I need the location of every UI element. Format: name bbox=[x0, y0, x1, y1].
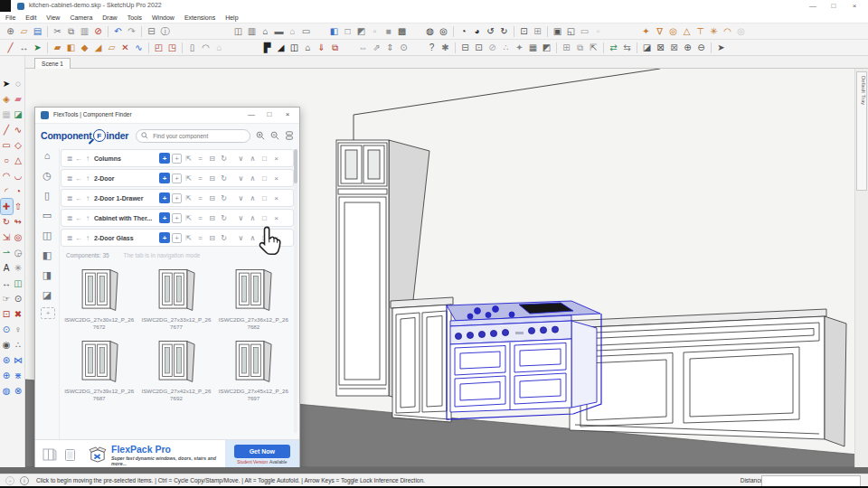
sculpture-icon[interactable]: ⌂ bbox=[212, 41, 226, 54]
position-camera-icon[interactable]: ♀ bbox=[13, 322, 24, 337]
look-around-icon[interactable]: ◉ bbox=[1, 337, 13, 352]
category-drawer-icon[interactable]: ▭ bbox=[35, 208, 59, 222]
style-white-cube-icon[interactable]: □ bbox=[341, 24, 354, 38]
paint-bucket-icon[interactable]: ◪ bbox=[13, 107, 24, 122]
add-copy-button[interactable]: + bbox=[172, 193, 182, 203]
arrow-left-icon[interactable]: ← bbox=[74, 234, 83, 242]
make-component-icon[interactable]: ◈ bbox=[1, 91, 13, 107]
refresh-row-button[interactable]: ↻ bbox=[219, 213, 229, 223]
box-x-icon[interactable]: ⊠ bbox=[654, 41, 667, 54]
follow-me-icon[interactable]: ↬ bbox=[13, 214, 24, 230]
dimension-arrows-icon[interactable]: ↔ bbox=[17, 41, 31, 54]
arc-tool-icon[interactable]: ◠ bbox=[1, 168, 13, 183]
flex-wall-icon[interactable]: ▛ bbox=[260, 41, 274, 54]
tray-box-icon[interactable]: ▭ bbox=[299, 24, 313, 38]
crate-disabled-icon[interactable]: ⊘ bbox=[486, 41, 499, 54]
category-base-cabinet-icon[interactable]: ◫ bbox=[35, 228, 59, 242]
flextools-cross-icon[interactable]: ⋈ bbox=[13, 352, 24, 368]
menu-help[interactable]: Help bbox=[225, 14, 238, 21]
crate-icon[interactable]: ⊡ bbox=[472, 41, 486, 54]
layout-list-icon[interactable] bbox=[285, 131, 294, 140]
three-point-arc-icon[interactable]: ◜ bbox=[1, 183, 13, 199]
style-textured-cube-icon[interactable]: ▩ bbox=[395, 24, 409, 38]
image-window-icon[interactable]: ▭ bbox=[578, 24, 591, 38]
refresh-row-button[interactable]: ↻ bbox=[219, 193, 229, 203]
model-info-icon[interactable]: ⓘ bbox=[158, 24, 172, 38]
maximize-row-button[interactable]: □ bbox=[259, 213, 269, 223]
print-icon[interactable]: ⊟ bbox=[145, 24, 158, 38]
add-component-button[interactable]: + bbox=[159, 153, 170, 164]
zoom-icon[interactable]: ⊙ bbox=[13, 291, 24, 306]
polygon-tool-icon[interactable]: △ bbox=[13, 153, 24, 168]
base-cabinet-left[interactable] bbox=[391, 297, 453, 422]
zoom-window-icon[interactable]: ⊡ bbox=[1, 306, 13, 322]
refresh-row-button[interactable]: ↻ bbox=[219, 233, 229, 243]
menu-view[interactable]: View bbox=[46, 14, 60, 21]
style-shaded-cube-icon[interactable]: ◧ bbox=[327, 24, 341, 38]
funnel-icon[interactable]: ∇ bbox=[653, 24, 666, 38]
protractor-icon[interactable]: ◶ bbox=[13, 245, 24, 260]
eraser-tool-icon[interactable]: ▰ bbox=[13, 91, 24, 107]
print-row-button[interactable]: ⊟ bbox=[207, 193, 217, 203]
delete-icon[interactable]: ⊘ bbox=[91, 24, 105, 38]
zoom-extents-icon[interactable]: ✖ bbox=[13, 306, 24, 322]
info-icon[interactable]: i bbox=[20, 476, 29, 485]
arrow-left-icon[interactable]: ← bbox=[74, 155, 83, 163]
list-options-button[interactable]: = bbox=[195, 174, 205, 183]
flextools-scatter-icon[interactable]: ⋇ bbox=[13, 368, 24, 383]
collapse-row-button[interactable]: ∨ bbox=[236, 193, 246, 203]
dome-icon[interactable]: ◠ bbox=[721, 24, 734, 38]
magnifier-icon[interactable]: ⊙ bbox=[397, 41, 410, 54]
add-component-button[interactable]: + bbox=[159, 192, 170, 203]
add-copy-button[interactable]: + bbox=[172, 233, 182, 243]
leaf-tag-icon[interactable]: ✦ bbox=[513, 41, 526, 54]
tree-icon[interactable]: ≣ bbox=[65, 214, 74, 222]
house-outline-icon[interactable]: ⌂ bbox=[286, 24, 299, 38]
component-thumbnail[interactable]: ISWC2DG_27x30x12_P_267672 bbox=[61, 267, 137, 331]
place-component-button[interactable]: ⇱ bbox=[184, 154, 193, 164]
arrow-vertical-icon[interactable]: ⇕ bbox=[383, 41, 397, 54]
solid-box-icon[interactable]: ◧ bbox=[64, 41, 78, 54]
expand-row-button[interactable]: ∧ bbox=[248, 233, 258, 243]
zoom-window-icon[interactable]: ⊡ bbox=[517, 24, 531, 38]
stack-copy-icon[interactable]: ⧉ bbox=[573, 41, 587, 54]
maximize-row-button[interactable]: □ bbox=[259, 233, 269, 243]
lock-icon[interactable]: ▫ bbox=[591, 24, 605, 38]
collapse-row-button[interactable]: ∨ bbox=[236, 174, 246, 183]
refresh-row-button[interactable]: ↻ bbox=[219, 154, 229, 164]
origin-box-icon[interactable]: ◰ bbox=[152, 41, 165, 54]
finder-close-button[interactable]: × bbox=[279, 109, 296, 120]
expand-row-button[interactable]: ∧ bbox=[248, 193, 258, 203]
arrow-up-icon[interactable]: ↑ bbox=[83, 174, 92, 183]
place-component-button[interactable]: ⇱ bbox=[184, 174, 193, 183]
close-row-button[interactable]: × bbox=[271, 233, 281, 243]
arrow-up-icon[interactable]: ↑ bbox=[83, 214, 92, 222]
get-now-button[interactable]: Get Now bbox=[234, 445, 290, 458]
selected-range[interactable] bbox=[447, 301, 601, 419]
zoom-previous-icon[interactable]: ⊙ bbox=[1, 322, 13, 337]
tree-icon[interactable]: ≣ bbox=[65, 194, 74, 202]
rectangle-tool-icon[interactable]: ▭ bbox=[1, 137, 13, 153]
category-tall-cabinet-icon[interactable]: ◧ bbox=[35, 248, 59, 262]
close-row-button[interactable]: × bbox=[271, 193, 281, 203]
flextools-sparkle-icon[interactable]: ✦ bbox=[639, 24, 653, 38]
flextools-spiral-icon[interactable]: ⊛ bbox=[1, 352, 13, 368]
move-tool-icon[interactable]: ✚ bbox=[1, 199, 13, 214]
tree-icon[interactable]: ≣ bbox=[65, 174, 74, 183]
cabinet-box-icon[interactable]: ▥ bbox=[245, 24, 259, 38]
arrow-up-icon[interactable]: ↑ bbox=[83, 155, 92, 163]
push-pull-icon[interactable]: ⇧ bbox=[13, 199, 24, 214]
text-tool-icon[interactable]: A bbox=[1, 260, 13, 276]
bag-icon[interactable]: ▬ bbox=[272, 24, 286, 38]
close-row-button[interactable]: × bbox=[271, 174, 281, 183]
pan-icon[interactable]: ◔ bbox=[457, 24, 470, 38]
maximize-row-button[interactable]: □ bbox=[259, 154, 269, 164]
vegetation-icon[interactable]: ∴ bbox=[499, 41, 513, 54]
category-glass-cabinet-icon[interactable]: ◨ bbox=[35, 267, 59, 282]
window-component-icon[interactable]: ▯ bbox=[185, 41, 199, 54]
window-close-button[interactable]: × bbox=[844, 0, 864, 12]
arrow-up-icon[interactable]: ↑ bbox=[83, 234, 92, 242]
style-sketchy-cube-icon[interactable]: ◩ bbox=[354, 24, 368, 38]
menu-extensions[interactable]: Extensions bbox=[184, 14, 215, 21]
finder-scrollbar[interactable] bbox=[294, 149, 297, 433]
